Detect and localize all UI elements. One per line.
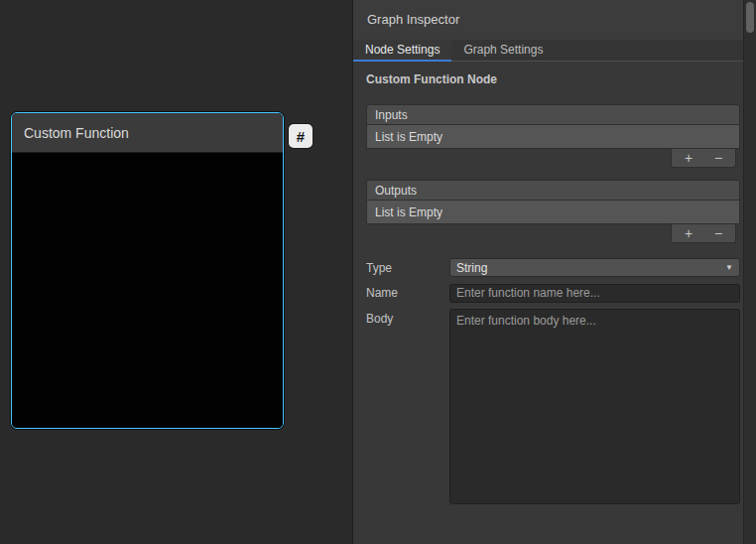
inspector-scrollbar[interactable] — [743, 0, 756, 544]
type-dropdown[interactable]: String ▼ — [449, 258, 740, 277]
inputs-list-header: Inputs — [366, 104, 740, 125]
custom-function-node[interactable]: Custom Function — [11, 112, 284, 429]
node-title: Custom Function — [24, 125, 129, 141]
inputs-list-empty-row: List is Empty — [366, 125, 740, 149]
type-field-row: Type String ▼ — [366, 258, 740, 277]
outputs-list-footer: + − — [366, 224, 740, 243]
node-settings-heading: Custom Function Node — [366, 72, 740, 86]
type-label: Type — [366, 258, 449, 275]
node-hash-badge-icon[interactable]: # — [289, 124, 313, 148]
outputs-list: Outputs List is Empty + − — [366, 180, 740, 243]
type-dropdown-value: String — [456, 261, 487, 275]
function-body-textarea[interactable] — [449, 309, 740, 504]
node-header[interactable]: Custom Function — [12, 113, 283, 153]
graph-canvas[interactable]: Custom Function # — [0, 0, 352, 544]
function-name-input[interactable] — [449, 284, 740, 303]
dropdown-arrow-icon: ▼ — [725, 263, 733, 272]
name-field-row: Name — [366, 283, 740, 303]
outputs-remove-button[interactable]: − — [705, 226, 731, 240]
inputs-footer-bar: + − — [671, 149, 736, 168]
body-label: Body — [366, 309, 449, 326]
outputs-add-button[interactable]: + — [676, 226, 701, 240]
name-label: Name — [366, 283, 449, 300]
tab-node-settings[interactable]: Node Settings — [353, 40, 451, 61]
outputs-footer-bar: + − — [671, 224, 736, 243]
inspector-tab-bar: Node Settings Graph Settings — [353, 40, 756, 62]
inspector-title: Graph Inspector — [353, 0, 756, 40]
node-preview — [12, 153, 283, 428]
body-field-row: Body — [366, 309, 740, 508]
graph-inspector-panel: Graph Inspector Node Settings Graph Sett… — [352, 0, 756, 544]
inputs-remove-button[interactable]: − — [705, 151, 731, 165]
scrollbar-thumb[interactable] — [746, 2, 754, 33]
inspector-content: Custom Function Node Inputs List is Empt… — [353, 63, 756, 544]
outputs-list-empty-row: List is Empty — [366, 201, 740, 224]
outputs-list-header: Outputs — [366, 180, 740, 201]
tab-graph-settings[interactable]: Graph Settings — [451, 40, 555, 61]
inputs-list: Inputs List is Empty + − — [366, 104, 740, 168]
inputs-add-button[interactable]: + — [676, 151, 701, 165]
inputs-list-footer: + − — [366, 149, 740, 168]
